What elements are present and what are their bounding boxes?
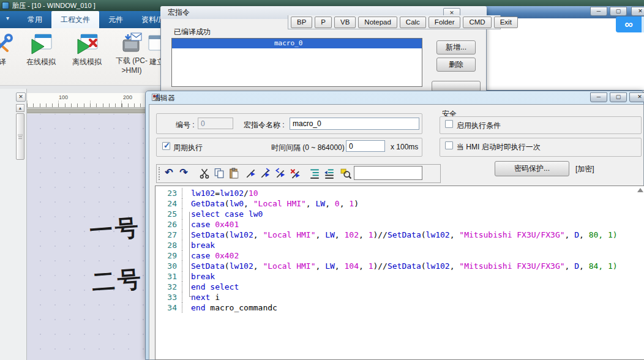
ribbon-item-online-sim[interactable]: 在线模拟 [15, 33, 67, 67]
encrypted-label: [加密] [575, 164, 594, 174]
redo-icon[interactable]: ↷ [178, 167, 190, 179]
launcher-button-exit[interactable]: Exit [494, 17, 518, 28]
ribbon-item-offline-sim[interactable]: 离线模拟 [61, 33, 113, 67]
toolbar-search-input[interactable] [354, 166, 422, 180]
macro-add-button[interactable]: 新增... [436, 40, 476, 54]
cloud-badge[interactable]: ∞ [616, 17, 642, 32]
line-number: 34 [155, 302, 182, 313]
app-icon [2, 2, 9, 9]
simulator-toolbar: BPPVBNotepadCalcFolderCMDExit [288, 15, 501, 29]
periodic-checkbox[interactable] [162, 142, 170, 150]
code-line: 33next i [155, 292, 644, 302]
ribbon-label-offline-sim: 离线模拟 [72, 58, 102, 66]
tab-object[interactable]: 元件 [99, 11, 132, 28]
fold-guide [189, 212, 193, 297]
editor-window-title: 编辑器 [153, 93, 175, 103]
code-line: 32end select [155, 282, 644, 292]
ribbon-label-compile: 译 [0, 58, 6, 66]
macro-id-label: 编号 : [176, 120, 195, 130]
code-line: 26case 0x401 [155, 219, 644, 230]
macro-id-field[interactable] [198, 118, 233, 129]
line-number: 29 [155, 250, 182, 261]
bookmark-toggle-icon[interactable] [245, 168, 256, 179]
exec-condition-checkbox[interactable] [445, 120, 453, 128]
launcher-button-notepad[interactable]: Notepad [358, 17, 397, 28]
macro-name-field[interactable] [290, 118, 419, 130]
tab-home[interactable]: 常用 [18, 11, 51, 28]
bookmark-next-icon[interactable] [260, 168, 271, 179]
code-line: 23lw102=lw102/10 [155, 188, 644, 198]
exec-condition-label: 启用执行条件 [457, 121, 501, 131]
dock-close-button[interactable]: ✕ [16, 92, 26, 102]
launcher-button-calc[interactable]: Calc [400, 17, 426, 28]
code-line: 34end macro_commandc [155, 302, 644, 313]
code-line: 24GetData(lw0, "Local HMI", LW, 0, 1) [155, 198, 644, 209]
simulator-minimize-button[interactable]: ─ [590, 7, 607, 16]
ribbon-label-online-sim: 在线模拟 [26, 58, 56, 66]
line-number: 33 [155, 292, 182, 302]
cloud-logo-icon: ∞ [616, 17, 642, 32]
canvas-text-two: 二号 [91, 263, 144, 298]
run-once-checkbox[interactable] [445, 141, 453, 149]
code-line: 29case 0x402 [155, 250, 644, 261]
wrench-icon [0, 33, 13, 55]
launcher-button-p[interactable]: P [315, 17, 332, 28]
toolbar-grip[interactable] [159, 167, 160, 180]
code-line: 30SetData(lw102, "Local HMI", LW, 104, 1… [155, 261, 644, 271]
horizontal-ruler: 100 200 [27, 93, 145, 108]
design-canvas[interactable]: 一号 二号 [27, 114, 145, 360]
badge-side-sliver [642, 17, 644, 32]
launcher-button-bp[interactable]: BP [291, 17, 312, 28]
dock-scrollbar-thumb[interactable] [16, 113, 24, 160]
launcher-button-folder[interactable]: Folder [429, 17, 461, 28]
simulator-close-button[interactable]: ✕ [631, 7, 644, 16]
find-replace-icon[interactable] [340, 168, 351, 179]
code-line: 28break [155, 240, 644, 250]
indent-icon[interactable] [309, 168, 320, 179]
line-number: 27 [155, 230, 182, 240]
simulator-maximize-button[interactable]: ▢ [610, 7, 627, 16]
macro-dialog-title: 宏指令 [168, 8, 190, 17]
macro-delete-button[interactable]: 删除 [436, 58, 476, 72]
compile-status-label: 已编译成功 [174, 27, 211, 37]
code-line: 27SetData(lw102, "Local HMI", LW, 102, 1… [155, 230, 644, 240]
password-protect-button[interactable]: 密码保护... [495, 161, 569, 176]
code-line: 25select case lw0 [155, 209, 644, 219]
line-number: 32 [155, 282, 182, 292]
macro-list-selected-row[interactable]: [ID : 000] {P} [加密] macro_0 [172, 39, 422, 48]
code-line: 31break [155, 271, 644, 282]
interval-field[interactable] [346, 140, 385, 152]
dock-scroll-up-icon[interactable]: ▲ [16, 104, 24, 112]
undo-icon[interactable]: ↶ [163, 167, 175, 179]
canvas-text-one: 一号 [88, 212, 141, 247]
tab-project[interactable]: 工程文件 [51, 11, 99, 28]
periodic-label: 周期执行 [173, 143, 203, 153]
line-number: 28 [155, 240, 182, 250]
line-number: 25 [155, 209, 182, 219]
code-editor[interactable]: 23lw102=lw102/1024GetData(lw0, "Local HM… [155, 186, 644, 360]
code-scroll-up-icon[interactable] [637, 188, 643, 192]
interval-unit-label: x 100ms [391, 143, 418, 151]
screen: 胎压 - [10 - WINDOW_010 ] 常用工程文件元件资料/历史 ▾ … [0, 0, 644, 360]
outdent-icon[interactable] [324, 168, 335, 179]
ruler-mark-100: 100 [59, 94, 68, 100]
macro-row-name: macro_0 [274, 39, 302, 48]
editor-minimize-button[interactable]: ─ [590, 92, 607, 102]
launcher-button-vb[interactable]: VB [334, 17, 356, 28]
editor-maximize-button[interactable]: ▢ [610, 92, 627, 102]
main-window-title: 胎压 - [10 - WINDOW_010 ] [12, 2, 95, 9]
ruler-strip [27, 108, 145, 113]
bookmark-prev-icon[interactable] [275, 168, 286, 179]
ribbon-item-compile[interactable]: 译 [0, 33, 13, 67]
launcher-button-cmd[interactable]: CMD [463, 17, 491, 28]
paste-icon[interactable] [228, 168, 239, 179]
run-once-label: 当 HMI 启动时即执行一次 [457, 142, 541, 152]
quick-access-arrow-icon[interactable]: ▾ [6, 15, 9, 21]
editor-close-button[interactable]: ✕ [629, 92, 644, 102]
line-number: 24 [155, 198, 182, 209]
cut-icon[interactable] [199, 168, 210, 179]
copy-icon[interactable] [214, 168, 225, 179]
macro-name-label: 宏指令名称 : [244, 120, 285, 130]
macro-row-meta: [ID : 000] {P} [加密] [189, 49, 271, 57]
bookmark-clear-icon[interactable] [290, 168, 301, 179]
